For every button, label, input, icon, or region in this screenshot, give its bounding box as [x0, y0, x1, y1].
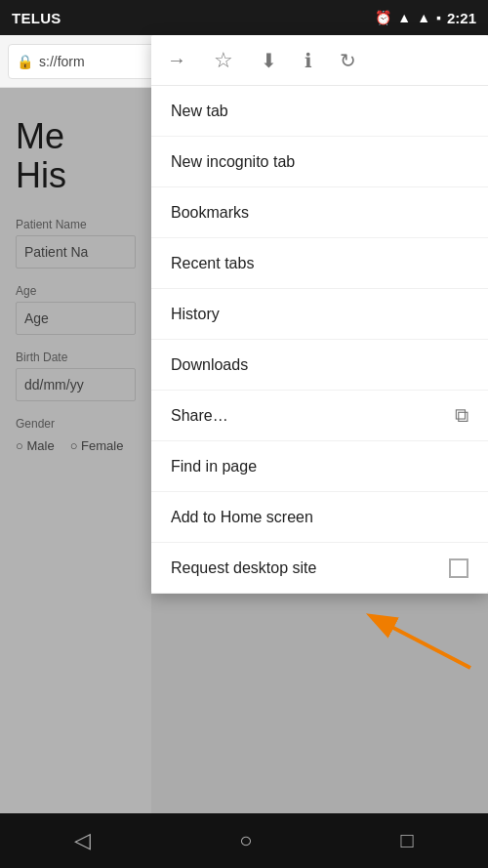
- menu-label-desktop: Request desktop site: [171, 559, 316, 577]
- carrier-label: TELUS: [12, 10, 61, 26]
- status-bar: TELUS ⏰ ▲ ▲ ▪ 2:21: [0, 0, 488, 35]
- menu-item-add-home[interactable]: Add to Home screen: [151, 492, 488, 543]
- menu-item-recent-tabs[interactable]: Recent tabs: [151, 238, 488, 289]
- menu-item-share[interactable]: Share… ⧉: [151, 391, 488, 441]
- menu-item-new-tab[interactable]: New tab: [151, 86, 488, 137]
- menu-item-downloads[interactable]: Downloads: [151, 340, 488, 391]
- menu-item-history[interactable]: History: [151, 289, 488, 340]
- menu-label-share: Share…: [171, 407, 228, 425]
- menu-label-downloads: Downloads: [171, 356, 248, 374]
- menu-label-history: History: [171, 306, 220, 323]
- menu-label-incognito: New incognito tab: [171, 153, 295, 171]
- menu-label-find: Find in page: [171, 458, 257, 475]
- status-time: 2:21: [447, 10, 476, 26]
- menu-toolbar-row: → ☆ ⬇ ℹ ↻: [151, 35, 488, 86]
- download-icon[interactable]: ⬇: [261, 49, 277, 72]
- menu-label-bookmarks: Bookmarks: [171, 204, 249, 222]
- desktop-checkbox-icon: [449, 558, 468, 578]
- info-icon[interactable]: ℹ: [305, 49, 312, 72]
- refresh-icon[interactable]: ↻: [340, 49, 356, 72]
- status-icons: ⏰ ▲ ▲ ▪ 2:21: [375, 10, 476, 26]
- menu-label-add-home: Add to Home screen: [171, 509, 313, 526]
- forward-icon[interactable]: →: [167, 49, 186, 71]
- menu-item-bookmarks[interactable]: Bookmarks: [151, 187, 488, 238]
- menu-item-find[interactable]: Find in page: [151, 441, 488, 492]
- battery-icon: ▪: [436, 10, 441, 25]
- share-copy-icon: ⧉: [455, 404, 468, 427]
- menu-label-new-tab: New tab: [171, 103, 228, 120]
- wifi-icon: ▲: [397, 10, 411, 25]
- dropdown-menu: → ☆ ⬇ ℹ ↻ New tab New incognito tab Book…: [151, 35, 488, 594]
- menu-label-recent-tabs: Recent tabs: [171, 255, 254, 272]
- bookmark-icon[interactable]: ☆: [214, 48, 233, 73]
- url-text: s://form: [39, 54, 85, 69]
- alarm-icon: ⏰: [375, 10, 391, 25]
- signal-icon: ▲: [417, 10, 430, 25]
- menu-item-desktop[interactable]: Request desktop site: [151, 543, 488, 594]
- menu-item-incognito[interactable]: New incognito tab: [151, 137, 488, 187]
- lock-icon: 🔒: [17, 54, 33, 69]
